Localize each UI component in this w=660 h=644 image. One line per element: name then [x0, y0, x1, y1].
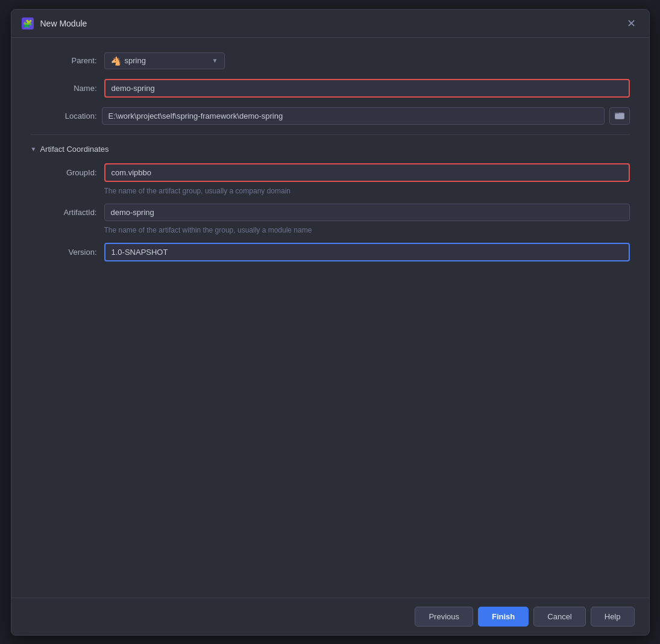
section-divider — [31, 134, 630, 135]
cancel-button[interactable]: Cancel — [533, 607, 585, 627]
groupid-input[interactable] — [104, 163, 630, 182]
artifactid-row: ArtifactId: — [31, 204, 630, 221]
artifactid-input[interactable] — [104, 204, 630, 221]
name-label: Name: — [31, 84, 97, 93]
toggle-arrow-icon: ▼ — [31, 146, 37, 152]
dialog-title: New Module — [40, 19, 617, 28]
parent-icon: 🐴 — [111, 56, 121, 66]
artifact-section-title: Artifact Coordinates — [40, 145, 108, 154]
dropdown-arrow-icon: ▼ — [212, 57, 218, 64]
browse-button[interactable] — [609, 107, 630, 125]
artifact-coordinates-toggle[interactable]: ▼ Artifact Coordinates — [31, 145, 630, 154]
parent-dropdown[interactable]: 🐴 spring ▼ — [104, 52, 225, 69]
artifactid-label: ArtifactId: — [31, 208, 97, 217]
version-input[interactable] — [104, 243, 630, 261]
version-row: Version: — [31, 243, 630, 261]
svg-text:🧩: 🧩 — [23, 19, 33, 29]
dialog-body: Parent: 🐴 spring ▼ Name: Location: — [11, 38, 649, 598]
svg-rect-4 — [615, 114, 624, 119]
dialog-header: 🧩 New Module ✕ — [11, 10, 649, 38]
groupid-row: GroupId: — [31, 163, 630, 182]
location-label: Location: — [31, 111, 97, 120]
folder-icon — [615, 111, 624, 119]
groupid-hint: The name of the artifact group, usually … — [104, 187, 630, 195]
help-button[interactable]: Help — [591, 607, 635, 627]
new-module-dialog: 🧩 New Module ✕ Parent: 🐴 spring ▼ Name: … — [11, 9, 650, 636]
version-label: Version: — [31, 248, 97, 257]
artifactid-hint: The name of the artifact within the grou… — [104, 226, 630, 234]
close-button[interactable]: ✕ — [623, 17, 640, 30]
dialog-icon: 🧩 — [21, 17, 34, 30]
groupid-label: GroupId: — [31, 168, 97, 177]
parent-value: spring — [125, 56, 209, 65]
previous-button[interactable]: Previous — [415, 607, 473, 627]
dialog-footer: Previous Finish Cancel Help — [11, 598, 649, 635]
location-row: Location: — [31, 107, 630, 125]
name-input[interactable] — [104, 79, 630, 98]
location-input[interactable] — [102, 107, 605, 125]
name-row: Name: — [31, 79, 630, 98]
finish-button[interactable]: Finish — [478, 607, 529, 627]
parent-row: Parent: 🐴 spring ▼ — [31, 52, 630, 69]
parent-label: Parent: — [31, 56, 97, 65]
